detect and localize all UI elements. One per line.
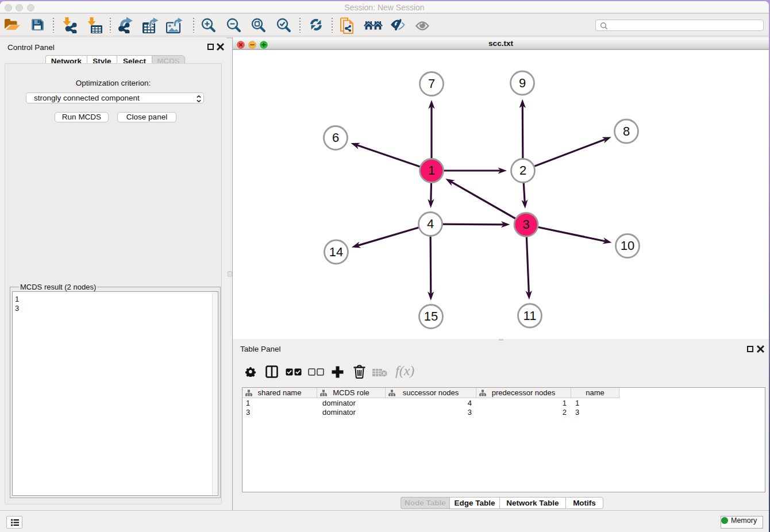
svg-text:9: 9 [519, 76, 526, 90]
svg-text:6: 6 [332, 130, 339, 145]
svg-text:2: 2 [519, 163, 526, 178]
svg-text:14: 14 [329, 245, 343, 259]
svg-text:1: 1 [428, 163, 435, 178]
svg-text:15: 15 [424, 309, 438, 323]
svg-text:10: 10 [621, 238, 634, 253]
svg-text:8: 8 [623, 124, 630, 138]
svg-text:11: 11 [523, 309, 537, 323]
svg-text:4: 4 [427, 217, 434, 231]
svg-text:7: 7 [428, 76, 435, 91]
svg-text:3: 3 [522, 217, 529, 232]
